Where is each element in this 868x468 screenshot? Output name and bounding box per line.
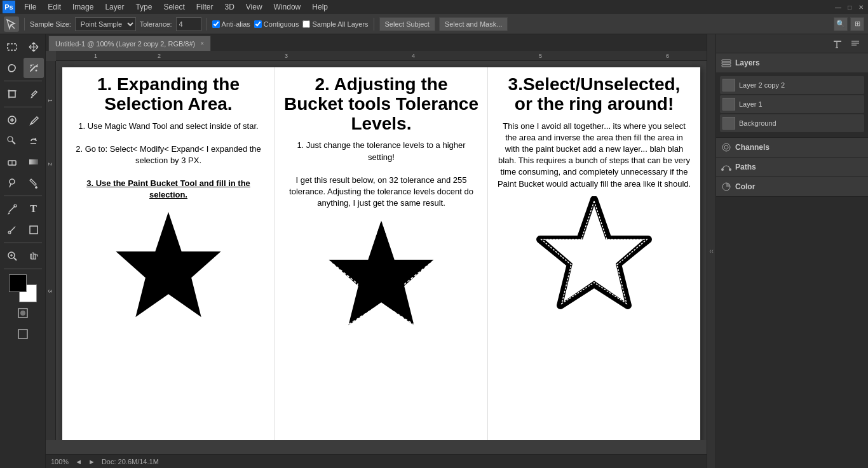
tool-group-9: [2, 220, 44, 240]
canvas-wrapper[interactable]: 1 2 3 4 5 6 1 2 3 1. Expanding the Selec…: [46, 51, 707, 454]
menu-window[interactable]: Window: [269, 1, 306, 13]
tab-bar: Untitled-1 @ 100% (Layer 2 copy 2, RGB/8…: [46, 34, 707, 51]
layer-thumb: [722, 98, 735, 110]
menu-edit[interactable]: Edit: [43, 1, 66, 13]
nav-arrow-left[interactable]: ◄: [75, 458, 82, 465]
channels-label: Channels: [735, 143, 770, 152]
col1-step1: 1. Use Magic Wand Tool and select inside…: [71, 121, 266, 132]
menu-view[interactable]: View: [241, 1, 268, 13]
paths-icon: [721, 162, 731, 172]
tool-divider-1: [4, 81, 42, 81]
ruler-side: 1 2 3: [46, 61, 56, 440]
panel-collapse-button[interactable]: ‹‹: [707, 34, 715, 468]
shape-tool[interactable]: [24, 220, 44, 240]
tolerance-label: Tolerance:: [140, 20, 172, 28]
clone-tool[interactable]: [2, 131, 22, 151]
eyedropper-tool[interactable]: [24, 84, 44, 104]
zoom-tool[interactable]: [2, 246, 22, 266]
path-select-tool[interactable]: [2, 220, 22, 240]
color-header[interactable]: Color: [716, 177, 868, 196]
foreground-color[interactable]: [9, 274, 27, 292]
layer-item[interactable]: Layer 2 copy 2: [720, 76, 864, 94]
contiguous-checkbox[interactable]: [254, 20, 262, 28]
doc-tab[interactable]: Untitled-1 @ 100% (Layer 2 copy 2, RGB/8…: [48, 36, 211, 51]
canvas-content: 1. Expanding the Selection Area. 1. Use …: [62, 67, 700, 440]
svg-marker-15: [13, 226, 16, 227]
tool-group-10: [2, 246, 44, 266]
nav-arrow-right[interactable]: ►: [88, 458, 95, 465]
layers-header[interactable]: Layers: [716, 53, 868, 72]
sample-all-checkbox[interactable]: [302, 20, 310, 28]
antialias-checkbox[interactable]: [212, 20, 220, 28]
column-2: 2. Adjusting the Bucket tools Tolerance …: [275, 67, 488, 440]
paragraph-properties-button[interactable]: [846, 35, 864, 53]
separator2: [207, 18, 207, 30]
quick-mask-btn[interactable]: [14, 304, 32, 322]
tool-group-5: [2, 131, 44, 151]
menu-image[interactable]: Image: [67, 1, 98, 13]
channels-header[interactable]: Channels: [716, 138, 868, 157]
layer-item[interactable]: Layer 1: [720, 95, 864, 113]
antialias-label[interactable]: Anti-alias: [212, 20, 250, 28]
star2-svg: [318, 216, 445, 343]
minimize-button[interactable]: —: [834, 3, 843, 11]
contiguous-label[interactable]: Contiguous: [254, 20, 299, 28]
hand-tool[interactable]: [24, 246, 44, 266]
col3-heading: 3.Select/Unselected, or the ring around!: [497, 75, 691, 114]
layer-name: Layer 2 copy 2: [739, 81, 785, 89]
layer-thumb: [722, 117, 735, 130]
select-subject-button[interactable]: Select Subject: [379, 17, 435, 31]
menu-layer[interactable]: Layer: [100, 1, 129, 13]
svg-rect-2: [8, 44, 17, 50]
text-properties-button[interactable]: [829, 35, 846, 53]
zoom-level: 100%: [51, 458, 69, 465]
menu-file[interactable]: File: [19, 1, 41, 13]
layers-body: Layer 2 copy 2 Layer 1 Background: [716, 72, 868, 137]
workspace-button[interactable]: ⊞: [850, 17, 864, 31]
menu-filter[interactable]: Filter: [191, 1, 219, 13]
heal-tool[interactable]: [2, 110, 22, 130]
sample-size-select[interactable]: Point Sample: [75, 17, 136, 31]
menu-select[interactable]: Select: [158, 1, 189, 13]
app-logo: Ps: [3, 1, 15, 13]
svg-point-40: [729, 168, 731, 171]
tool-group-2: [2, 58, 44, 78]
paths-header[interactable]: Paths: [716, 157, 868, 177]
layer-item[interactable]: Background: [720, 114, 864, 132]
dodge-tool[interactable]: [2, 173, 22, 193]
menu-type[interactable]: Type: [130, 1, 157, 13]
tolerance-input[interactable]: [176, 17, 201, 31]
screen-mode-btn[interactable]: [14, 325, 32, 343]
close-button[interactable]: ✕: [857, 3, 865, 11]
pen-tool[interactable]: [2, 199, 22, 219]
menu-help[interactable]: Help: [307, 1, 333, 13]
history-brush-tool[interactable]: [24, 131, 44, 151]
separator3: [374, 18, 374, 30]
search-button[interactable]: 🔍: [834, 17, 848, 31]
channels-icon: [721, 142, 731, 152]
marquee-tool[interactable]: [2, 37, 22, 57]
maximize-button[interactable]: □: [845, 3, 854, 11]
tab-close-button[interactable]: ×: [200, 40, 204, 47]
select-mask-button[interactable]: Select and Mask...: [439, 17, 508, 31]
svg-rect-5: [9, 91, 15, 97]
menu-3d[interactable]: 3D: [219, 1, 239, 13]
type-tool[interactable]: T: [24, 199, 44, 219]
gradient-tool[interactable]: [24, 152, 44, 172]
paint-bucket-tool[interactable]: [24, 173, 44, 193]
crop-tool[interactable]: [2, 84, 22, 104]
star2-container: [284, 216, 478, 343]
canvas-scroll-area[interactable]: 1. Expanding the Selection Area. 1. Use …: [56, 61, 707, 440]
magic-wand-tool[interactable]: [24, 58, 44, 78]
move-tool[interactable]: [24, 37, 44, 57]
svg-marker-25: [118, 214, 219, 316]
active-tool-icon: [4, 17, 19, 32]
eraser-tool[interactable]: [2, 152, 22, 172]
ruler-top: 1 2 3 4 5 6: [56, 51, 707, 61]
color-swatches[interactable]: [9, 274, 37, 302]
menu-bar: Ps File Edit Image Layer Type Select Fil…: [0, 0, 868, 14]
tab-title: Untitled-1 @ 100% (Layer 2 copy 2, RGB/8…: [55, 40, 195, 48]
lasso-tool[interactable]: [2, 58, 22, 78]
brush-tool[interactable]: [24, 110, 44, 130]
sample-all-label[interactable]: Sample All Layers: [302, 20, 368, 28]
